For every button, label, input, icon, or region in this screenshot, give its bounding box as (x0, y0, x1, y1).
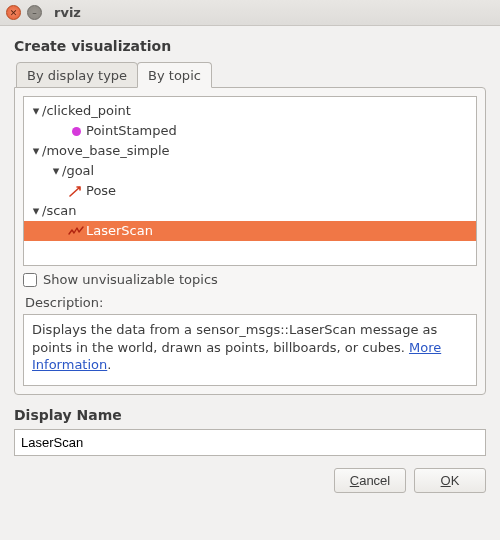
laserscan-icon (68, 225, 84, 237)
tree-node-scan[interactable]: ▾ /scan (24, 201, 476, 221)
window-title: rviz (54, 5, 81, 20)
dialog-buttons: Cancel OK (14, 468, 486, 493)
tree-label: LaserScan (86, 222, 153, 240)
tree-label: /clicked_point (42, 102, 131, 120)
topic-tree[interactable]: ▾ /clicked_point PointStamped ▾ /move_ba… (23, 96, 477, 266)
tree-label: /move_base_simple (42, 142, 170, 160)
close-icon[interactable]: ✕ (6, 5, 21, 20)
tab-by-display-type[interactable]: By display type (16, 62, 138, 88)
cancel-button[interactable]: Cancel (334, 468, 406, 493)
expand-arrow-icon[interactable]: ▾ (30, 142, 42, 160)
tab-by-topic[interactable]: By topic (137, 62, 212, 88)
tree-leaf-pointstamped[interactable]: PointStamped (24, 121, 476, 141)
tree-node-move-base-simple[interactable]: ▾ /move_base_simple (24, 141, 476, 161)
arrow-icon (68, 185, 84, 197)
display-name-label: Display Name (14, 407, 486, 423)
show-unvisualizable-checkbox[interactable] (23, 273, 37, 287)
tree-leaf-laserscan[interactable]: LaserScan (24, 221, 476, 241)
display-name-input[interactable] (14, 429, 486, 456)
tree-leaf-pose[interactable]: Pose (24, 181, 476, 201)
point-icon (68, 127, 84, 136)
minimize-icon[interactable]: – (27, 5, 42, 20)
ok-button[interactable]: OK (414, 468, 486, 493)
show-unvisualizable-row[interactable]: Show unvisualizable topics (23, 272, 477, 287)
tree-label: /goal (62, 162, 94, 180)
tree-label: Pose (86, 182, 116, 200)
expand-arrow-icon[interactable]: ▾ (50, 162, 62, 180)
description-text: Displays the data from a sensor_msgs::La… (32, 322, 437, 355)
tab-panel: ▾ /clicked_point PointStamped ▾ /move_ba… (14, 87, 486, 395)
description-box: Displays the data from a sensor_msgs::La… (23, 314, 477, 386)
expand-arrow-icon[interactable]: ▾ (30, 102, 42, 120)
dialog-header: Create visualization (14, 38, 486, 54)
tab-bar: By display type By topic (16, 62, 486, 88)
tree-label: PointStamped (86, 122, 177, 140)
tree-label: /scan (42, 202, 77, 220)
tree-node-clicked-point[interactable]: ▾ /clicked_point (24, 101, 476, 121)
expand-arrow-icon[interactable]: ▾ (30, 202, 42, 220)
show-unvisualizable-label: Show unvisualizable topics (43, 272, 218, 287)
titlebar: ✕ – rviz (0, 0, 500, 26)
tree-node-goal[interactable]: ▾ /goal (24, 161, 476, 181)
description-label: Description: (25, 295, 477, 310)
